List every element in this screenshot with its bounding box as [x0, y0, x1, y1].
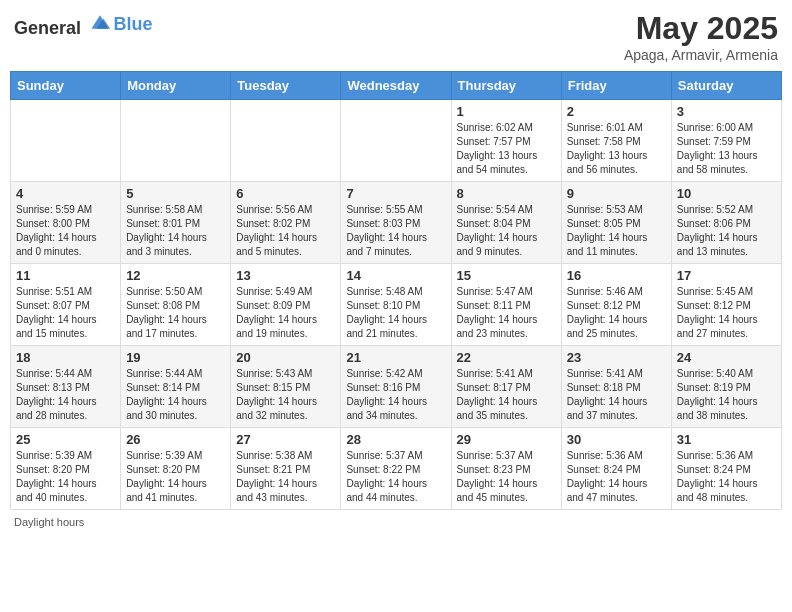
calendar-cell: 6Sunrise: 5:56 AM Sunset: 8:02 PM Daylig… — [231, 182, 341, 264]
day-number: 24 — [677, 350, 776, 365]
calendar-cell: 1Sunrise: 6:02 AM Sunset: 7:57 PM Daylig… — [451, 100, 561, 182]
day-info: Sunrise: 5:46 AM Sunset: 8:12 PM Dayligh… — [567, 285, 666, 341]
calendar-cell: 29Sunrise: 5:37 AM Sunset: 8:23 PM Dayli… — [451, 428, 561, 510]
day-info: Sunrise: 5:54 AM Sunset: 8:04 PM Dayligh… — [457, 203, 556, 259]
calendar-cell: 22Sunrise: 5:41 AM Sunset: 8:17 PM Dayli… — [451, 346, 561, 428]
day-number: 26 — [126, 432, 225, 447]
calendar-cell: 16Sunrise: 5:46 AM Sunset: 8:12 PM Dayli… — [561, 264, 671, 346]
day-info: Sunrise: 5:36 AM Sunset: 8:24 PM Dayligh… — [677, 449, 776, 505]
day-info: Sunrise: 5:49 AM Sunset: 8:09 PM Dayligh… — [236, 285, 335, 341]
day-number: 12 — [126, 268, 225, 283]
day-info: Sunrise: 5:44 AM Sunset: 8:13 PM Dayligh… — [16, 367, 115, 423]
day-info: Sunrise: 6:00 AM Sunset: 7:59 PM Dayligh… — [677, 121, 776, 177]
calendar-cell: 28Sunrise: 5:37 AM Sunset: 8:22 PM Dayli… — [341, 428, 451, 510]
day-number: 17 — [677, 268, 776, 283]
calendar-week-row: 4Sunrise: 5:59 AM Sunset: 8:00 PM Daylig… — [11, 182, 782, 264]
day-info: Sunrise: 5:50 AM Sunset: 8:08 PM Dayligh… — [126, 285, 225, 341]
calendar-cell: 20Sunrise: 5:43 AM Sunset: 8:15 PM Dayli… — [231, 346, 341, 428]
day-info: Sunrise: 5:42 AM Sunset: 8:16 PM Dayligh… — [346, 367, 445, 423]
day-number: 5 — [126, 186, 225, 201]
calendar-cell: 17Sunrise: 5:45 AM Sunset: 8:12 PM Dayli… — [671, 264, 781, 346]
calendar-cell: 10Sunrise: 5:52 AM Sunset: 8:06 PM Dayli… — [671, 182, 781, 264]
calendar-cell: 21Sunrise: 5:42 AM Sunset: 8:16 PM Dayli… — [341, 346, 451, 428]
day-number: 4 — [16, 186, 115, 201]
day-info: Sunrise: 5:59 AM Sunset: 8:00 PM Dayligh… — [16, 203, 115, 259]
day-info: Sunrise: 6:02 AM Sunset: 7:57 PM Dayligh… — [457, 121, 556, 177]
day-info: Sunrise: 5:51 AM Sunset: 8:07 PM Dayligh… — [16, 285, 115, 341]
calendar-cell: 13Sunrise: 5:49 AM Sunset: 8:09 PM Dayli… — [231, 264, 341, 346]
calendar-cell: 26Sunrise: 5:39 AM Sunset: 8:20 PM Dayli… — [121, 428, 231, 510]
calendar-day-header: Monday — [121, 72, 231, 100]
calendar-cell: 24Sunrise: 5:40 AM Sunset: 8:19 PM Dayli… — [671, 346, 781, 428]
day-number: 25 — [16, 432, 115, 447]
day-info: Sunrise: 5:41 AM Sunset: 8:18 PM Dayligh… — [567, 367, 666, 423]
day-number: 18 — [16, 350, 115, 365]
calendar-day-header: Tuesday — [231, 72, 341, 100]
day-info: Sunrise: 5:55 AM Sunset: 8:03 PM Dayligh… — [346, 203, 445, 259]
day-number: 15 — [457, 268, 556, 283]
calendar-week-row: 18Sunrise: 5:44 AM Sunset: 8:13 PM Dayli… — [11, 346, 782, 428]
day-number: 23 — [567, 350, 666, 365]
day-info: Sunrise: 6:01 AM Sunset: 7:58 PM Dayligh… — [567, 121, 666, 177]
calendar-day-header: Saturday — [671, 72, 781, 100]
day-info: Sunrise: 5:44 AM Sunset: 8:14 PM Dayligh… — [126, 367, 225, 423]
page-header: General Blue May 2025 Apaga, Armavir, Ar… — [10, 10, 782, 63]
calendar-cell: 14Sunrise: 5:48 AM Sunset: 8:10 PM Dayli… — [341, 264, 451, 346]
calendar-cell — [11, 100, 121, 182]
calendar-cell: 19Sunrise: 5:44 AM Sunset: 8:14 PM Dayli… — [121, 346, 231, 428]
day-info: Sunrise: 5:56 AM Sunset: 8:02 PM Dayligh… — [236, 203, 335, 259]
calendar-cell: 2Sunrise: 6:01 AM Sunset: 7:58 PM Daylig… — [561, 100, 671, 182]
day-info: Sunrise: 5:41 AM Sunset: 8:17 PM Dayligh… — [457, 367, 556, 423]
title-block: May 2025 Apaga, Armavir, Armenia — [624, 10, 778, 63]
logo-icon — [88, 10, 112, 34]
calendar-cell: 5Sunrise: 5:58 AM Sunset: 8:01 PM Daylig… — [121, 182, 231, 264]
day-number: 21 — [346, 350, 445, 365]
month-title: May 2025 — [624, 10, 778, 47]
day-info: Sunrise: 5:40 AM Sunset: 8:19 PM Dayligh… — [677, 367, 776, 423]
calendar-cell: 7Sunrise: 5:55 AM Sunset: 8:03 PM Daylig… — [341, 182, 451, 264]
calendar-day-header: Friday — [561, 72, 671, 100]
calendar-week-row: 1Sunrise: 6:02 AM Sunset: 7:57 PM Daylig… — [11, 100, 782, 182]
calendar-cell — [341, 100, 451, 182]
calendar-day-header: Sunday — [11, 72, 121, 100]
day-number: 1 — [457, 104, 556, 119]
daylight-label: Daylight hours — [14, 516, 84, 528]
day-info: Sunrise: 5:37 AM Sunset: 8:22 PM Dayligh… — [346, 449, 445, 505]
calendar-cell: 30Sunrise: 5:36 AM Sunset: 8:24 PM Dayli… — [561, 428, 671, 510]
calendar-cell: 27Sunrise: 5:38 AM Sunset: 8:21 PM Dayli… — [231, 428, 341, 510]
day-info: Sunrise: 5:45 AM Sunset: 8:12 PM Dayligh… — [677, 285, 776, 341]
day-number: 7 — [346, 186, 445, 201]
day-number: 10 — [677, 186, 776, 201]
day-info: Sunrise: 5:39 AM Sunset: 8:20 PM Dayligh… — [16, 449, 115, 505]
calendar-day-header: Wednesday — [341, 72, 451, 100]
day-info: Sunrise: 5:58 AM Sunset: 8:01 PM Dayligh… — [126, 203, 225, 259]
day-number: 27 — [236, 432, 335, 447]
day-number: 8 — [457, 186, 556, 201]
day-info: Sunrise: 5:47 AM Sunset: 8:11 PM Dayligh… — [457, 285, 556, 341]
calendar-header-row: SundayMondayTuesdayWednesdayThursdayFrid… — [11, 72, 782, 100]
calendar-cell — [121, 100, 231, 182]
calendar-cell: 18Sunrise: 5:44 AM Sunset: 8:13 PM Dayli… — [11, 346, 121, 428]
day-number: 30 — [567, 432, 666, 447]
calendar-week-row: 25Sunrise: 5:39 AM Sunset: 8:20 PM Dayli… — [11, 428, 782, 510]
day-number: 3 — [677, 104, 776, 119]
calendar-cell: 15Sunrise: 5:47 AM Sunset: 8:11 PM Dayli… — [451, 264, 561, 346]
calendar-cell: 23Sunrise: 5:41 AM Sunset: 8:18 PM Dayli… — [561, 346, 671, 428]
day-number: 13 — [236, 268, 335, 283]
day-number: 2 — [567, 104, 666, 119]
day-number: 19 — [126, 350, 225, 365]
calendar-cell: 25Sunrise: 5:39 AM Sunset: 8:20 PM Dayli… — [11, 428, 121, 510]
location-subtitle: Apaga, Armavir, Armenia — [624, 47, 778, 63]
day-info: Sunrise: 5:38 AM Sunset: 8:21 PM Dayligh… — [236, 449, 335, 505]
day-number: 31 — [677, 432, 776, 447]
day-number: 14 — [346, 268, 445, 283]
day-info: Sunrise: 5:48 AM Sunset: 8:10 PM Dayligh… — [346, 285, 445, 341]
calendar-table: SundayMondayTuesdayWednesdayThursdayFrid… — [10, 71, 782, 510]
day-info: Sunrise: 5:36 AM Sunset: 8:24 PM Dayligh… — [567, 449, 666, 505]
day-number: 9 — [567, 186, 666, 201]
day-number: 20 — [236, 350, 335, 365]
calendar-cell: 11Sunrise: 5:51 AM Sunset: 8:07 PM Dayli… — [11, 264, 121, 346]
logo: General Blue — [14, 10, 153, 39]
calendar-cell: 3Sunrise: 6:00 AM Sunset: 7:59 PM Daylig… — [671, 100, 781, 182]
calendar-cell: 9Sunrise: 5:53 AM Sunset: 8:05 PM Daylig… — [561, 182, 671, 264]
